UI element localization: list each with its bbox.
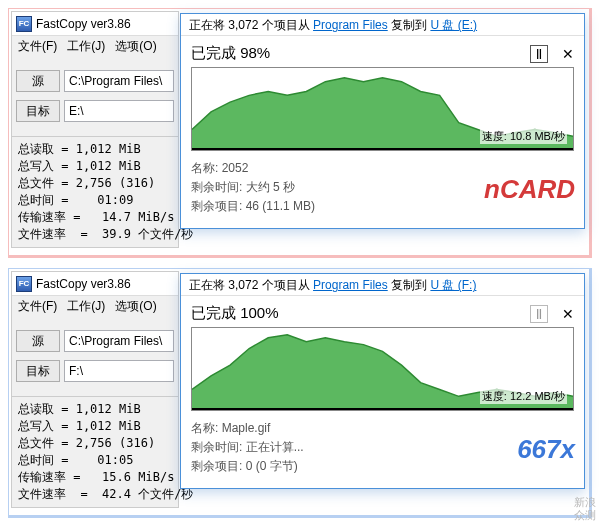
menu-bar: 文件(F) 工作(J) 选项(O) — [12, 36, 178, 56]
dest-button[interactable]: 目标 — [16, 360, 60, 382]
app-title: FastCopy ver3.86 — [36, 277, 131, 291]
progress-line: 已完成 100% || ✕ — [191, 304, 574, 323]
brand-label-top: nCARD — [484, 174, 575, 205]
watermark: 新浪众测 — [574, 496, 596, 522]
source-field[interactable]: C:\Program Files\ — [64, 330, 174, 352]
link-dest[interactable]: U 盘 (F:) — [430, 278, 476, 292]
pause-button[interactable]: || — [530, 45, 548, 63]
speed-chart-bot: 速度: 12.2 MB/秒 — [191, 327, 574, 411]
speed-chart-top: 速度: 10.8 MB/秒 — [191, 67, 574, 151]
dest-field[interactable]: E:\ — [64, 100, 174, 122]
title-bar: FC FastCopy ver3.86 — [12, 272, 178, 296]
dest-button[interactable]: 目标 — [16, 100, 60, 122]
close-button[interactable]: ✕ — [562, 306, 574, 322]
menu-bar: 文件(F) 工作(J) 选项(O) — [12, 296, 178, 316]
close-button[interactable]: ✕ — [562, 46, 574, 62]
link-source[interactable]: Program Files — [313, 18, 388, 32]
speed-label: 速度: 12.2 MB/秒 — [480, 389, 567, 404]
progress-percent: 98 — [240, 44, 257, 61]
info-remain-time: 大约 5 秒 — [246, 180, 295, 194]
fastcopy-window-top: FC FastCopy ver3.86 文件(F) 工作(J) 选项(O) 源 … — [11, 11, 179, 248]
progress-percent: 100 — [240, 304, 265, 321]
info-name: 2052 — [222, 161, 249, 175]
source-button[interactable]: 源 — [16, 330, 60, 352]
fc-body: 源 C:\Program Files\ 目标 F:\ — [12, 316, 178, 396]
dialog-title: 正在将 3,072 个项目从 Program Files 复制到 U 盘 (E:… — [181, 14, 584, 36]
progress-line: 已完成 98% || ✕ — [191, 44, 574, 63]
info-remain-items: 46 (11.1 MB) — [246, 199, 315, 213]
menu-work[interactable]: 工作(J) — [67, 298, 105, 314]
stats-readout: 总读取 = 1,012 MiB 总写入 = 1,012 MiB 总文件 = 2,… — [12, 396, 178, 507]
stats-readout: 总读取 = 1,012 MiB 总写入 = 1,012 MiB 总文件 = 2,… — [12, 136, 178, 247]
link-dest[interactable]: U 盘 (E:) — [430, 18, 477, 32]
source-field[interactable]: C:\Program Files\ — [64, 70, 174, 92]
app-icon: FC — [16, 16, 32, 32]
speed-label: 速度: 10.8 MB/秒 — [480, 129, 567, 144]
pause-button[interactable]: || — [530, 305, 548, 323]
dest-field[interactable]: F:\ — [64, 360, 174, 382]
link-source[interactable]: Program Files — [313, 278, 388, 292]
info-name: Maple.gif — [222, 421, 271, 435]
panel-ncard: FC FastCopy ver3.86 文件(F) 工作(J) 选项(O) 源 … — [8, 8, 592, 258]
dialog-title: 正在将 3,072 个项目从 Program Files 复制到 U 盘 (F:… — [181, 274, 584, 296]
app-icon: FC — [16, 276, 32, 292]
app-title: FastCopy ver3.86 — [36, 17, 131, 31]
source-button[interactable]: 源 — [16, 70, 60, 92]
title-bar: FC FastCopy ver3.86 — [12, 12, 178, 36]
brand-label-bot: 667x — [517, 434, 575, 465]
fc-body: 源 C:\Program Files\ 目标 E:\ — [12, 56, 178, 136]
menu-options[interactable]: 选项(O) — [115, 298, 156, 314]
menu-options[interactable]: 选项(O) — [115, 38, 156, 54]
menu-file[interactable]: 文件(F) — [18, 298, 57, 314]
menu-file[interactable]: 文件(F) — [18, 38, 57, 54]
fastcopy-window-bot: FC FastCopy ver3.86 文件(F) 工作(J) 选项(O) 源 … — [11, 271, 179, 508]
menu-work[interactable]: 工作(J) — [67, 38, 105, 54]
info-remain-items: 0 (0 字节) — [246, 459, 298, 473]
panel-667x: FC FastCopy ver3.86 文件(F) 工作(J) 选项(O) 源 … — [8, 268, 592, 518]
info-remain-time: 正在计算... — [246, 440, 304, 454]
